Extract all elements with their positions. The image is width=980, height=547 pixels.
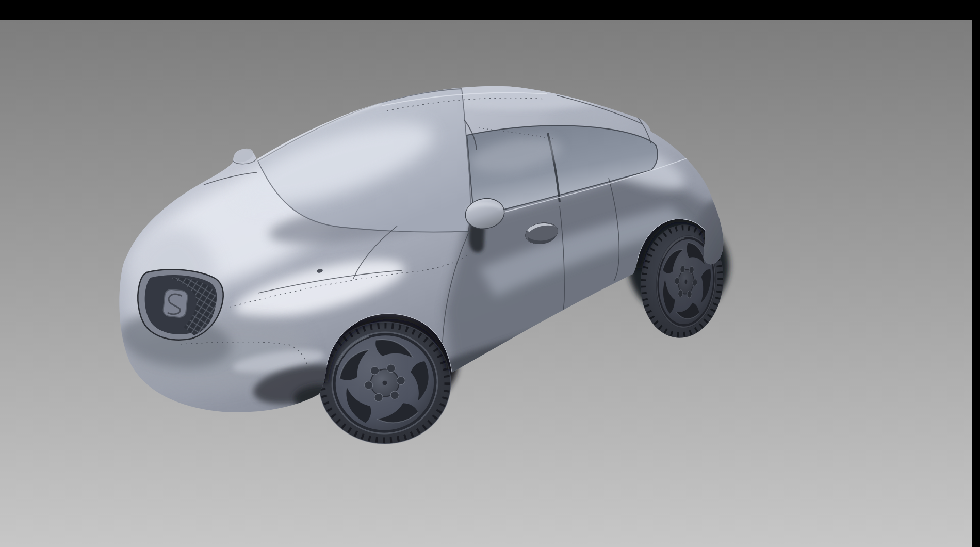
seat-logo bbox=[162, 289, 188, 318]
application-window bbox=[0, 0, 980, 547]
letterbox-top bbox=[0, 0, 980, 20]
render-canvas bbox=[0, 0, 980, 547]
letterbox-right bbox=[972, 0, 980, 547]
